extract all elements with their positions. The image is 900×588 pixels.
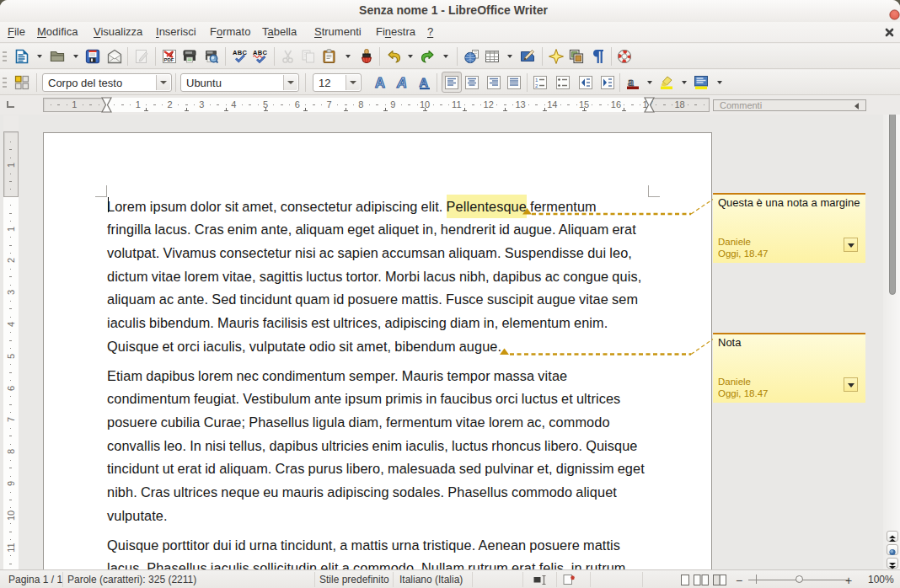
svg-text:a: a [628, 76, 634, 88]
svg-text:A: A [420, 76, 429, 89]
svg-text:A: A [396, 75, 407, 90]
svg-text:PDF: PDF [164, 57, 174, 62]
svg-text:ABC: ABC [233, 49, 247, 56]
svg-text:A: A [375, 75, 385, 90]
